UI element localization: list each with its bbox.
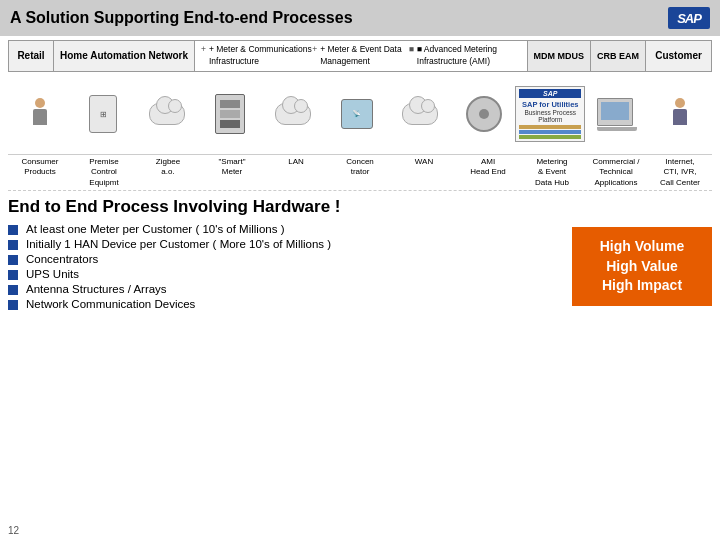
smart-meter-icon <box>198 94 261 134</box>
cloud-figure-lan <box>275 103 311 125</box>
retail-label: Retail <box>9 41 54 71</box>
cloud-figure-zigbee <box>149 103 185 125</box>
label-commercial: Commercial / Technical Applications <box>584 157 648 188</box>
bottom-section: End to End Process Involving Hardware ! … <box>8 191 712 518</box>
page-footer: 12 <box>0 522 720 540</box>
hardware-labels-row: Consumer Products Premise Control Equipm… <box>8 155 712 191</box>
disc-figure <box>466 96 502 132</box>
meter-figure <box>215 94 245 134</box>
meter-bullet-1: + + Meter & Communications Infrastructur… <box>201 44 312 68</box>
thermostat-figure: ⊞ <box>89 95 117 133</box>
bullet-icon-5 <box>8 300 18 310</box>
bullet-item-3: UPS Units <box>8 268 560 280</box>
slide-header: A Solution Supporting End-to-end Process… <box>0 0 720 36</box>
concentrator-icon: 📡 <box>325 99 388 129</box>
label-internet: Internet, CTI, IVR, Call Center <box>648 157 712 188</box>
sap-util-logo: SAP <box>519 89 581 98</box>
person-figure-2 <box>671 98 689 130</box>
label-concentrator: Concen trator <box>328 157 392 178</box>
bullet-icon-3 <box>8 270 18 280</box>
meter-bullet-2: + + Meter & Event Data Management <box>312 44 408 68</box>
hardware-icons-row: ⊞ <box>8 75 712 155</box>
label-premise: Premise Control Equipmt <box>72 157 136 188</box>
bullet-item-4: Antenna Structures / Arrays <box>8 283 560 295</box>
end-to-end-title: End to End Process Involving Hardware ! <box>8 197 712 217</box>
bullet-list-row: At least one Meter per Customer ( 10's o… <box>8 223 712 310</box>
bullet-item-5: Network Communication Devices <box>8 298 560 310</box>
page-number: 12 <box>8 525 19 536</box>
sap-utilities-box: SAP SAP for Utilities Business Process P… <box>515 86 585 142</box>
bullet-icon-1 <box>8 240 18 250</box>
meter-info-cell: + + Meter & Communications Infrastructur… <box>195 41 528 71</box>
bullet-icon-0 <box>8 225 18 235</box>
lan-icon <box>262 89 325 139</box>
conc-figure: 📡 <box>341 99 373 129</box>
bullet-item-1: Initially 1 HAN Device per Customer ( Mo… <box>8 238 560 250</box>
customer-label: Customer <box>646 41 711 71</box>
premise-control-icon: ⊞ <box>71 95 134 133</box>
mdm-label: MDM MDUS <box>528 41 592 71</box>
bullet-item-2: Concentrators <box>8 253 560 265</box>
home-auto-label: Home Automation Network <box>54 41 195 71</box>
bullet-list: At least one Meter per Customer ( 10's o… <box>8 223 560 310</box>
slide-page: A Solution Supporting End-to-end Process… <box>0 0 720 540</box>
person-figure <box>31 98 49 130</box>
label-metering: Metering & Event Data Hub <box>520 157 584 188</box>
crb-label: CRB EAM <box>591 41 646 71</box>
label-ami: AMI Head End <box>456 157 520 178</box>
label-consumer: Consumer Products <box>8 157 72 178</box>
bullet-icon-4 <box>8 285 18 295</box>
metering-data-hub-icon: SAP SAP for Utilities Business Process P… <box>515 86 585 142</box>
high-volume-box: High Volume High Value High Impact <box>572 227 712 306</box>
retail-process-row: Retail Home Automation Network + + Meter… <box>8 40 712 72</box>
label-wan: WAN <box>392 157 456 167</box>
laptop-figure <box>597 98 637 131</box>
high-volume-line1: High Volume <box>586 237 698 257</box>
sap-logo: SAP <box>668 7 710 29</box>
meter-bullet-3: ■ ■ Advanced Metering Infrastructure (AM… <box>409 44 521 68</box>
high-volume-line2: High Value <box>586 257 698 277</box>
main-content: Retail Home Automation Network + + Meter… <box>0 36 720 522</box>
sap-util-title-text: SAP for Utilities <box>519 100 581 109</box>
label-zigbee: Zigbee a.o. <box>136 157 200 178</box>
wan-icon <box>388 89 451 139</box>
high-volume-line3: High Impact <box>586 276 698 296</box>
label-lan: LAN <box>264 157 328 167</box>
commercial-apps-icon <box>585 98 648 131</box>
consumer-products-icon <box>8 98 71 130</box>
cloud-figure-wan <box>402 103 438 125</box>
bullet-item-0: At least one Meter per Customer ( 10's o… <box>8 223 560 235</box>
ami-head-end-icon <box>452 96 515 132</box>
sap-util-sub-text: Business Process Platform <box>519 109 581 123</box>
label-smart-meter: "Smart" Meter <box>200 157 264 178</box>
bullet-icon-2 <box>8 255 18 265</box>
zigbee-icon <box>135 89 198 139</box>
slide-title: A Solution Supporting End-to-end Process… <box>10 9 353 27</box>
call-center-icon <box>649 98 712 130</box>
